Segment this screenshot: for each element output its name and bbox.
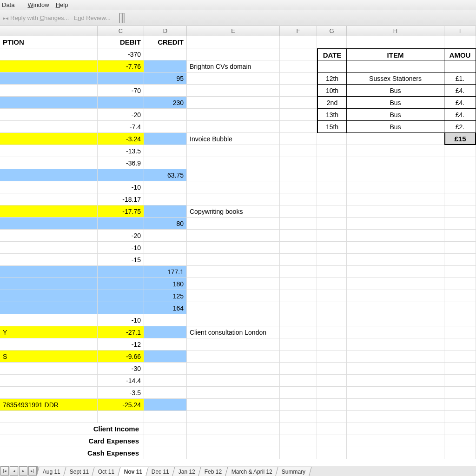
expense-amount[interactable]: £4. — [444, 85, 476, 97]
col-header-G[interactable]: G — [317, 26, 347, 36]
cell-debit[interactable] — [98, 97, 144, 109]
cell-note[interactable] — [187, 85, 280, 97]
col-header-E[interactable]: E — [187, 26, 280, 36]
cell-credit[interactable]: 177.1 — [144, 266, 187, 278]
cell-debit[interactable]: -18.17 — [98, 193, 144, 205]
cell-debit[interactable]: -13.5 — [98, 145, 144, 157]
cell-credit[interactable] — [144, 157, 187, 169]
cell-description[interactable] — [0, 266, 98, 278]
expense-amount[interactable]: £4. — [444, 109, 476, 121]
cell-note[interactable] — [187, 363, 280, 375]
cell-note[interactable] — [187, 145, 280, 157]
cell-debit[interactable]: -10 — [98, 242, 144, 254]
cell-credit[interactable]: 125 — [144, 290, 187, 302]
menu-help[interactable]: Help — [56, 1, 68, 8]
cell-description[interactable] — [0, 97, 98, 109]
cell-description[interactable] — [0, 230, 98, 242]
expense-item[interactable]: Bus — [347, 121, 444, 133]
cell-note[interactable] — [187, 254, 280, 266]
expense-header-date[interactable]: DATE — [317, 48, 347, 60]
cell-debit[interactable] — [98, 302, 144, 314]
col-header-H[interactable]: H — [347, 26, 444, 36]
cell-description[interactable] — [0, 109, 98, 121]
cell-debit[interactable] — [98, 290, 144, 302]
cell-description[interactable] — [0, 73, 98, 85]
cell-credit[interactable] — [144, 48, 187, 60]
cell-credit[interactable] — [144, 363, 187, 375]
cell-credit[interactable]: 80 — [144, 218, 187, 230]
cell-description[interactable] — [0, 145, 98, 157]
expense-item[interactable]: Bus — [347, 85, 444, 97]
tab-next-button[interactable]: ▸ — [19, 466, 27, 476]
cell-description[interactable] — [0, 218, 98, 230]
cell-debit[interactable]: -12 — [98, 338, 144, 350]
cell-credit[interactable] — [144, 181, 187, 193]
cell-description[interactable] — [0, 121, 98, 133]
cell-description[interactable] — [0, 133, 98, 145]
cell-note[interactable] — [187, 266, 280, 278]
cell-debit[interactable] — [98, 218, 144, 230]
cell-note[interactable] — [187, 411, 280, 423]
cell-note[interactable] — [187, 447, 280, 459]
menu-window[interactable]: Window — [27, 1, 49, 8]
cell-debit[interactable]: -17.75 — [98, 205, 144, 218]
cell-note[interactable] — [187, 193, 280, 205]
cell-note[interactable] — [187, 169, 280, 181]
tab-first-button[interactable]: |◂ — [0, 466, 9, 476]
cell-note[interactable] — [187, 387, 280, 399]
cell-description[interactable] — [0, 157, 98, 169]
cell-debit[interactable]: -20 — [98, 109, 144, 121]
sheet-tab[interactable]: March & April 12 — [225, 467, 278, 476]
cell-debit[interactable] — [98, 266, 144, 278]
expense-date[interactable]: 2nd — [317, 97, 347, 109]
cell-credit[interactable] — [144, 326, 187, 338]
cell-credit[interactable] — [144, 85, 187, 97]
menu-data[interactable]: Data — [2, 1, 21, 8]
col-header-C[interactable]: C — [98, 26, 144, 36]
cell-debit[interactable]: -25.24 — [98, 399, 144, 411]
cell-note[interactable] — [187, 97, 280, 109]
cell-description[interactable] — [0, 363, 98, 375]
cell-debit[interactable]: -27.1 — [98, 326, 144, 338]
cell-note[interactable] — [187, 399, 280, 411]
cell-note[interactable] — [187, 338, 280, 350]
cell-debit[interactable]: -10 — [98, 314, 144, 326]
cell-debit[interactable]: -9.66 — [98, 350, 144, 363]
cell-description[interactable] — [0, 338, 98, 350]
cell-description[interactable] — [0, 314, 98, 326]
cell-credit[interactable]: 95 — [144, 73, 187, 85]
cell-credit[interactable]: 63.75 — [144, 169, 187, 181]
cell-description[interactable] — [0, 411, 98, 423]
cell-credit[interactable] — [144, 109, 187, 121]
cell-description[interactable] — [0, 48, 98, 60]
cell-debit[interactable]: -20 — [98, 230, 144, 242]
cell-credit[interactable] — [144, 230, 187, 242]
sheet-tab[interactable]: Feb 12 — [198, 467, 229, 476]
summary-label[interactable]: Card Expenses — [0, 435, 144, 447]
cell-note[interactable] — [187, 242, 280, 254]
cell-note[interactable] — [187, 423, 280, 435]
cell-note[interactable] — [187, 73, 280, 85]
cell-description[interactable] — [0, 302, 98, 314]
expense-amount[interactable]: £4. — [444, 97, 476, 109]
cell-credit[interactable] — [144, 193, 187, 205]
cell-note[interactable] — [187, 350, 280, 363]
cell-description[interactable] — [0, 60, 98, 73]
cell-credit[interactable] — [144, 411, 187, 423]
expense-total[interactable]: £15 — [444, 133, 476, 145]
col-header-B[interactable] — [0, 26, 98, 36]
expense-item[interactable]: Bus — [347, 97, 444, 109]
cell-credit[interactable] — [144, 387, 187, 399]
expense-header-item[interactable]: ITEM — [347, 48, 444, 60]
cell-credit[interactable] — [144, 254, 187, 266]
cell-note[interactable] — [187, 157, 280, 169]
col-header-F[interactable]: F — [280, 26, 317, 36]
cell-note[interactable] — [187, 48, 280, 60]
cell-debit[interactable] — [98, 411, 144, 423]
cell-description[interactable] — [0, 85, 98, 97]
cell-note[interactable] — [187, 302, 280, 314]
cell-credit[interactable] — [144, 375, 187, 387]
tab-prev-button[interactable]: ◂ — [10, 466, 18, 476]
cell-debit[interactable]: -7.4 — [98, 121, 144, 133]
cell-credit[interactable] — [144, 121, 187, 133]
